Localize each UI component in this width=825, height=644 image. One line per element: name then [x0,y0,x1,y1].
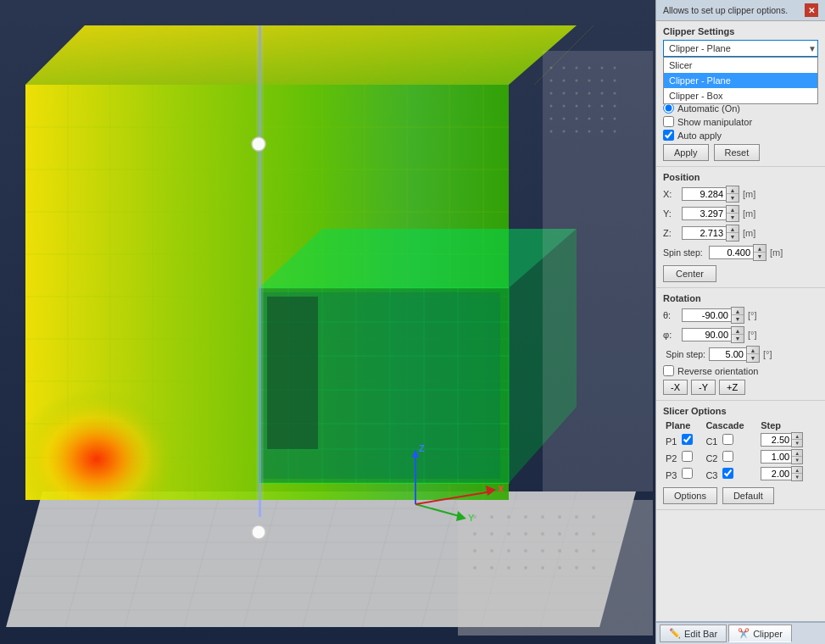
pos-spin-step-label: Spin step: [663,247,705,258]
pos-spin-step-input[interactable] [709,246,753,259]
clipper-tab-icon: ✂️ [738,628,750,639]
y-up-button[interactable]: ▲ [727,206,739,214]
rot-spin-step-input[interactable] [709,347,746,361]
svg-point-119 [563,80,566,82]
3d-viewport: Z Y X [0,0,655,644]
neg-y-button[interactable]: -Y [691,380,716,395]
svg-point-39 [541,549,544,552]
z-up-button[interactable]: ▲ [727,225,739,233]
svg-point-112 [550,67,553,69]
pos-spin-step-group: ▲ ▼ [709,244,766,261]
svg-point-117 [614,67,616,69]
slicer-step-up-0[interactable]: ▲ [792,433,802,440]
clipper-type-dropdown-container: Clipper - Plane ▼ Slicer Clipper - Plane… [663,40,818,57]
auto-apply-label: Auto apply [677,130,722,141]
y-down-button[interactable]: ▼ [727,214,739,221]
slicer-cascade-check-2[interactable] [722,468,733,479]
slicer-options-section: Slicer Options Plane Cascade Step P1 C1 [656,401,825,510]
rot-spin-step-down[interactable]: ▼ [747,354,759,362]
z-down-button[interactable]: ▼ [727,233,739,241]
svg-point-45 [507,566,510,569]
phi-spin-buttons: ▲ ▼ [731,326,744,343]
theta-down-button[interactable]: ▼ [732,315,744,323]
slicer-step-spin-btns-1: ▲ ▼ [791,449,803,464]
z-input[interactable] [682,226,726,240]
slicer-step-up-1[interactable]: ▲ [792,450,802,457]
x-up-button[interactable]: ▲ [727,186,739,194]
default-button[interactable]: Default [722,487,774,504]
dropdown-option-clipper-plane[interactable]: Clipper - Plane [664,73,817,88]
slicer-plane-cell-2: P3 [663,465,703,482]
x-label: X: [663,189,678,199]
svg-point-30 [524,532,527,536]
svg-text:Z: Z [419,443,425,453]
x-input[interactable] [682,187,726,201]
svg-point-115 [588,67,591,69]
phi-down-button[interactable]: ▼ [732,335,744,342]
svg-point-121 [588,80,591,82]
svg-marker-72 [25,25,577,85]
rot-spin-step-up[interactable]: ▲ [747,347,759,354]
center-button[interactable]: Center [663,265,716,282]
slicer-step-down-2[interactable]: ▼ [792,474,802,480]
svg-point-37 [507,549,510,552]
theta-field-row: θ: ▲ ▼ [°] [663,307,818,324]
svg-point-141 [614,118,616,120]
svg-point-118 [550,80,553,82]
slicer-cascade-check-1[interactable] [722,451,733,462]
slicer-step-down-0[interactable]: ▼ [792,440,802,447]
slicer-step-spin-0: ▲ ▼ [761,432,816,447]
theta-spin-group: ▲ ▼ [682,307,744,324]
apply-reset-row: Apply Reset [663,144,818,161]
pos-spin-step-up[interactable]: ▲ [754,245,766,253]
phi-up-button[interactable]: ▲ [732,327,744,335]
svg-point-132 [576,105,578,108]
theta-input[interactable] [682,308,731,322]
slicer-plane-check-1[interactable] [682,451,693,462]
slicer-step-input-0[interactable] [761,433,791,447]
x-field-row: X: ▲ ▼ [m] [663,186,818,203]
svg-point-27 [473,532,477,536]
svg-point-133 [588,105,591,108]
theta-up-button[interactable]: ▲ [732,308,744,315]
apply-button[interactable]: Apply [663,144,709,161]
reset-button[interactable]: Reset [714,144,761,161]
tab-clipper[interactable]: ✂️ Clipper [728,625,792,642]
slicer-step-up-2[interactable]: ▲ [792,467,802,474]
svg-point-138 [576,118,578,120]
rot-spin-step-row: Spin step: ▲ ▼ [°] [663,346,818,363]
slicer-cascade-check-0[interactable] [722,434,733,445]
rotation-section: Rotation θ: ▲ ▼ [°] φ: [656,288,825,401]
slicer-plane-check-0[interactable] [682,434,693,445]
pos-spin-step-down[interactable]: ▼ [754,253,766,260]
dropdown-option-slicer[interactable]: Slicer [664,58,817,73]
rot-spin-step-unit: [°] [763,349,772,359]
slicer-plane-check-2[interactable] [682,468,693,479]
slicer-cascade-cell-1: C2 [703,448,758,465]
auto-apply-checkbox[interactable] [663,130,674,141]
svg-point-29 [507,532,510,536]
slicer-step-input-2[interactable] [761,467,791,480]
slicer-step-input-1[interactable] [761,450,791,464]
phi-input[interactable] [682,328,731,341]
svg-point-50 [592,566,595,569]
clipper-dropdown-selected[interactable]: Clipper - Plane [663,40,818,57]
svg-point-135 [614,105,616,108]
close-button[interactable]: ✕ [805,3,818,17]
neg-x-button[interactable]: -X [663,380,688,395]
pos-z-button[interactable]: +Z [719,380,745,395]
y-label: Y: [663,208,678,219]
reverse-orientation-checkbox[interactable] [663,365,674,376]
tab-edit-bar[interactable]: ✏️ Edit Bar [660,625,727,642]
options-button[interactable]: Options [663,487,717,504]
panel-header: Allows to set up clipper options. ✕ [656,0,825,21]
svg-point-21 [507,515,510,519]
clipper-settings-section: Clipper Settings Clipper - Plane ▼ Slice… [656,21,825,167]
dropdown-option-clipper-box[interactable]: Clipper - Box [664,88,817,103]
show-manipulator-checkbox[interactable] [663,116,674,127]
slicer-step-down-1[interactable]: ▼ [792,457,802,464]
y-input[interactable] [682,207,726,220]
x-down-button[interactable]: ▼ [727,194,739,202]
svg-point-124 [550,92,553,95]
theta-spin-buttons: ▲ ▼ [731,307,744,324]
